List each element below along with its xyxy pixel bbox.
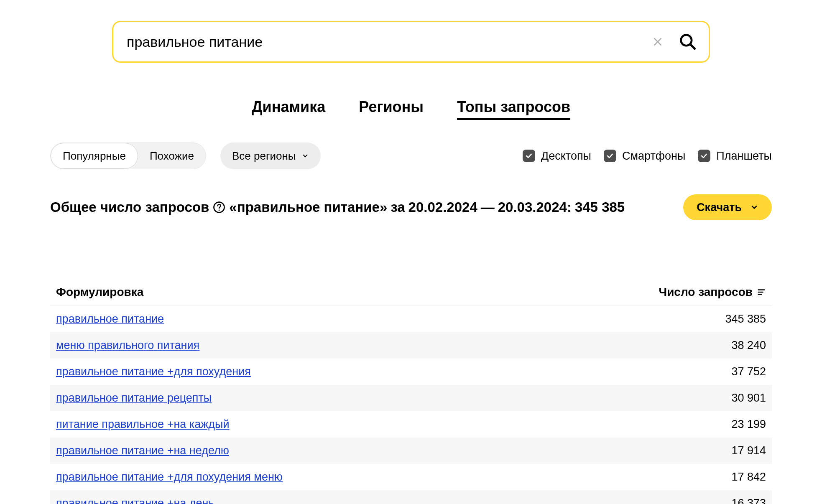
summary-total: 345 385 bbox=[575, 199, 625, 215]
summary-prefix: Общее число запросов bbox=[50, 199, 209, 215]
table-header-count-label: Число запросов bbox=[659, 285, 753, 299]
table-row: правильное питание +для похудения меню17… bbox=[50, 464, 772, 490]
device-filters: Десктопы Смартфоны Планшеты bbox=[523, 150, 772, 163]
checkbox-smartphone[interactable]: Смартфоны bbox=[604, 150, 685, 163]
table-header-query: Формулировка bbox=[56, 285, 659, 299]
check-icon bbox=[525, 152, 533, 160]
close-icon bbox=[652, 36, 663, 47]
table-cell-query: правильное питание +на день bbox=[56, 497, 682, 504]
table-cell-count: 345 385 bbox=[682, 313, 766, 326]
query-link[interactable]: правильное питание +на неделю bbox=[56, 444, 229, 457]
search-button[interactable] bbox=[677, 31, 699, 53]
query-link[interactable]: правильное питание +для похудения меню bbox=[56, 471, 283, 483]
segment-popular[interactable]: Популярные bbox=[51, 143, 138, 169]
checkbox-label: Десктопы bbox=[541, 150, 591, 163]
chevron-down-icon bbox=[750, 203, 758, 211]
tab-dynamics[interactable]: Динамика bbox=[252, 98, 325, 120]
query-link[interactable]: правильное питание рецепты bbox=[56, 392, 212, 404]
check-icon bbox=[606, 152, 614, 160]
table-row: питание правильное +на каждый23 199 bbox=[50, 411, 772, 438]
tab-top-queries[interactable]: Топы запросов bbox=[457, 98, 570, 120]
checkbox-box bbox=[604, 150, 616, 162]
table-cell-count: 38 240 bbox=[682, 339, 766, 352]
clear-button[interactable] bbox=[648, 33, 667, 51]
table-cell-count: 16 373 bbox=[682, 497, 766, 504]
table-row: меню правильного питания38 240 bbox=[50, 332, 772, 359]
help-icon[interactable] bbox=[212, 201, 226, 214]
search-icon bbox=[679, 33, 697, 51]
query-type-segmented: Популярные Похожие bbox=[50, 143, 206, 169]
table-cell-query: правильное питание +для похудения bbox=[56, 365, 682, 378]
view-tabs: Динамика Регионы Топы запросов bbox=[50, 98, 772, 120]
search-input[interactable] bbox=[126, 33, 638, 51]
query-link[interactable]: питание правильное +на каждый bbox=[56, 418, 230, 430]
table-cell-count: 37 752 bbox=[682, 365, 766, 378]
summary-period-prefix: за bbox=[391, 199, 405, 215]
segment-similar[interactable]: Похожие bbox=[138, 143, 206, 169]
query-link[interactable]: меню правильного питания bbox=[56, 339, 199, 351]
tab-regions[interactable]: Регионы bbox=[359, 98, 424, 120]
table-header: Формулировка Число запросов bbox=[50, 279, 772, 306]
checkbox-box bbox=[523, 150, 535, 162]
checkbox-tablet[interactable]: Планшеты bbox=[698, 150, 772, 163]
download-button[interactable]: Скачать bbox=[683, 194, 772, 220]
svg-line-3 bbox=[690, 44, 695, 49]
table-row: правильное питание +на неделю17 914 bbox=[50, 438, 772, 464]
summary-query: «правильное питание» bbox=[229, 199, 387, 215]
table-cell-query: правильное питание рецепты bbox=[56, 392, 682, 405]
table-cell-query: меню правильного питания bbox=[56, 339, 682, 352]
table-cell-count: 17 914 bbox=[682, 444, 766, 457]
download-label: Скачать bbox=[697, 201, 742, 214]
table-row: правильное питание +на день16 373 bbox=[50, 490, 772, 504]
table-cell-query: правильное питание +для похудения меню bbox=[56, 471, 682, 484]
table-cell-query: правильное питание bbox=[56, 313, 682, 326]
query-link[interactable]: правильное питание +на день bbox=[56, 497, 214, 504]
queries-table: Формулировка Число запросов правильное п… bbox=[50, 279, 772, 504]
query-link[interactable]: правильное питание bbox=[56, 313, 164, 325]
summary-line: Общее число запросов «правильное питание… bbox=[50, 199, 625, 215]
search-bar bbox=[112, 21, 710, 63]
chevron-down-icon bbox=[301, 152, 309, 160]
checkbox-label: Смартфоны bbox=[622, 150, 685, 163]
table-cell-count: 17 842 bbox=[682, 471, 766, 484]
table-cell-count: 30 901 bbox=[682, 392, 766, 405]
summary-date-from: 20.02.2024 bbox=[408, 199, 477, 215]
checkbox-desktop[interactable]: Десктопы bbox=[523, 150, 591, 163]
table-row: правильное питание рецепты30 901 bbox=[50, 385, 772, 411]
summary-date-sep: — bbox=[481, 199, 495, 215]
sort-desc-icon bbox=[757, 288, 766, 297]
table-cell-query: правильное питание +на неделю bbox=[56, 444, 682, 457]
checkbox-label: Планшеты bbox=[716, 150, 772, 163]
table-cell-count: 23 199 bbox=[682, 418, 766, 431]
table-row: правильное питание345 385 bbox=[50, 306, 772, 332]
checkbox-box bbox=[698, 150, 710, 162]
table-header-count[interactable]: Число запросов bbox=[659, 285, 766, 299]
region-select[interactable]: Все регионы bbox=[220, 143, 321, 169]
query-link[interactable]: правильное питание +для похудения bbox=[56, 365, 251, 378]
table-cell-query: питание правильное +на каждый bbox=[56, 418, 682, 431]
svg-point-5 bbox=[219, 209, 220, 211]
check-icon bbox=[700, 152, 708, 160]
table-row: правильное питание +для похудения37 752 bbox=[50, 359, 772, 385]
summary-date-to: 20.03.2024: bbox=[498, 199, 572, 215]
region-select-label: Все регионы bbox=[232, 150, 296, 163]
